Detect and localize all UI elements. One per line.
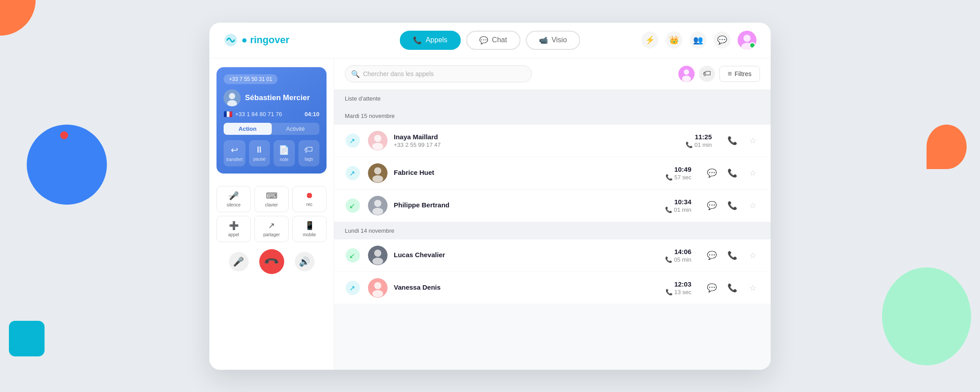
svg-point-13 [374,135,381,142]
contact-name: Fabrice Huet [394,169,666,176]
call-row[interactable]: ↗ Fabrice Huet 10:49 [334,157,771,190]
chat-icon: 💬 [707,251,717,260]
section-date-lundi: Lundi 14 novembre [345,227,394,234]
time-value: 12:03 [666,280,691,288]
action-tags[interactable]: 🏷 tags [298,140,319,166]
body: +33 7 55 50 31 01 Sébastien Mercier 🇫🇷 [209,58,771,370]
star-button[interactable]: ☆ [746,133,760,148]
search-icon: 🔍 [351,69,360,78]
star-button[interactable]: ☆ [746,281,760,295]
svg-point-8 [684,69,689,75]
logo-text: ● ringover [241,34,289,46]
call-back-button[interactable]: 📞 [725,133,739,148]
star-button[interactable]: ☆ [746,166,760,180]
call-row[interactable]: ↙ Philippe Bertrand 10:34 [334,190,771,222]
call-row[interactable]: ↗ Vanessa Denis 12:03 [334,272,771,304]
call-time-lucas: 14:06 📞 05 min [665,248,691,263]
message-button[interactable]: 💬 [714,32,731,48]
svg-text:↗: ↗ [349,284,355,292]
action-pause[interactable]: ⏸ pause [249,140,270,166]
phone-small-icon: 📞 [666,174,673,181]
time-value: 10:49 [666,166,691,173]
filter-button[interactable]: ≡ Filtres [719,66,760,82]
action-note[interactable]: 📄 note [274,140,294,166]
filter-avatar-user[interactable] [678,66,694,82]
pause-label: pause [253,157,265,162]
transfert-label: transfert [226,157,243,162]
svg-point-9 [682,76,691,82]
action-transfert[interactable]: ↩ transfert [224,140,245,166]
call-type-incoming: ↙ [345,198,361,214]
hangup-button[interactable]: 📞 [259,249,284,274]
active-call-card: +33 7 55 50 31 01 Sébastien Mercier 🇫🇷 [216,67,327,174]
team-button[interactable]: 👥 [690,32,706,48]
share-button[interactable]: ↗ partager [254,216,289,242]
star-button[interactable]: ☆ [746,198,760,213]
chat-button[interactable]: 💬 [705,166,719,180]
crown-button[interactable]: 👑 [666,32,682,48]
tab-chat[interactable]: 💬 Chat [466,31,520,50]
call-row-info-lucas: Lucas Chevalier [394,251,665,259]
filter-tag-button[interactable]: 🏷 [699,66,715,82]
section-header-mardi: Mardi 15 novembre [334,107,771,125]
chat-button[interactable]: 💬 [705,281,719,295]
svg-point-18 [374,167,381,174]
chat-button[interactable]: 💬 [705,248,719,263]
star-button[interactable]: ☆ [746,248,760,263]
chat-button[interactable]: 💬 [705,198,719,213]
chat-icon: 💬 [707,168,717,178]
contact-avatar-lucas [368,246,388,265]
call-bottom-controls: 🎤 📞 🔊 [216,249,327,274]
call-row-actions: 📞 ☆ [725,133,760,148]
call-type-outgoing: ↗ [345,133,361,149]
mobile-button[interactable]: 📱 mobile [292,216,327,242]
call-row-actions: 💬 📞 ☆ [705,166,760,180]
bg-decoration-teal [9,321,45,356]
team-icon: 👥 [693,35,703,45]
pause-icon: ⏸ [255,145,264,155]
svg-point-34 [372,290,383,297]
tab-appels[interactable]: 📞 Appels [400,31,461,50]
silence-label: silence [227,202,241,207]
duration-value: 📞 57 sec [666,174,691,181]
contact-avatar-philippe [368,196,388,215]
phone-tab-icon: 📞 [413,36,422,44]
calls-list: Liste d'attente Mardi 15 novembre ↗ [334,90,771,370]
search-input[interactable] [345,65,532,82]
contact-name: Inaya Maillard [394,133,686,141]
search-input-wrap: 🔍 [345,65,532,82]
call-row[interactable]: ↙ Lucas Chevalier 14:06 [334,239,771,272]
caller-avatar [224,89,241,106]
call-back-button[interactable]: 📞 [725,248,739,263]
clavier-button[interactable]: ⌨ clavier [254,186,289,212]
chat-tab-icon: 💬 [479,36,488,44]
call-back-button[interactable]: 📞 [725,198,739,213]
user-avatar[interactable] [738,31,756,49]
svg-text:↗: ↗ [349,170,355,177]
star-icon: ☆ [749,136,756,145]
add-call-button[interactable]: ➕ appel [216,216,251,242]
section-header-lundi: Lundi 14 novembre [334,222,771,239]
tags-label: tags [305,157,313,162]
call-back-button[interactable]: 📞 [725,281,739,295]
svg-point-19 [372,175,383,182]
rec-button[interactable]: ⏺ rec [292,186,327,212]
flash-button[interactable]: ⚡ [641,32,658,48]
silence-button[interactable]: 🎤 silence [216,186,251,212]
call-back-button[interactable]: 📞 [725,166,739,180]
nav-tabs: 📞 Appels 💬 Chat 📹 Visio [400,31,580,50]
call-row[interactable]: ↗ Inaya Maillard +33 2 55 99 17 47 [334,125,771,157]
rec-label: rec [306,202,313,207]
tab-visio[interactable]: 📹 Visio [526,31,580,50]
call-type-incoming: ↙ [345,247,361,263]
note-label: note [280,157,288,162]
tab-activite[interactable]: Activité [272,123,320,135]
star-icon: ☆ [749,251,756,260]
phone-action-icon: 📞 [727,201,737,210]
svg-point-2 [743,35,751,42]
volume-button[interactable]: 🔊 [295,252,314,271]
mic-button[interactable]: 🎤 [229,252,249,271]
svg-point-29 [372,258,383,265]
tab-action[interactable]: Action [224,123,272,135]
contact-name: Philippe Bertrand [394,201,665,209]
